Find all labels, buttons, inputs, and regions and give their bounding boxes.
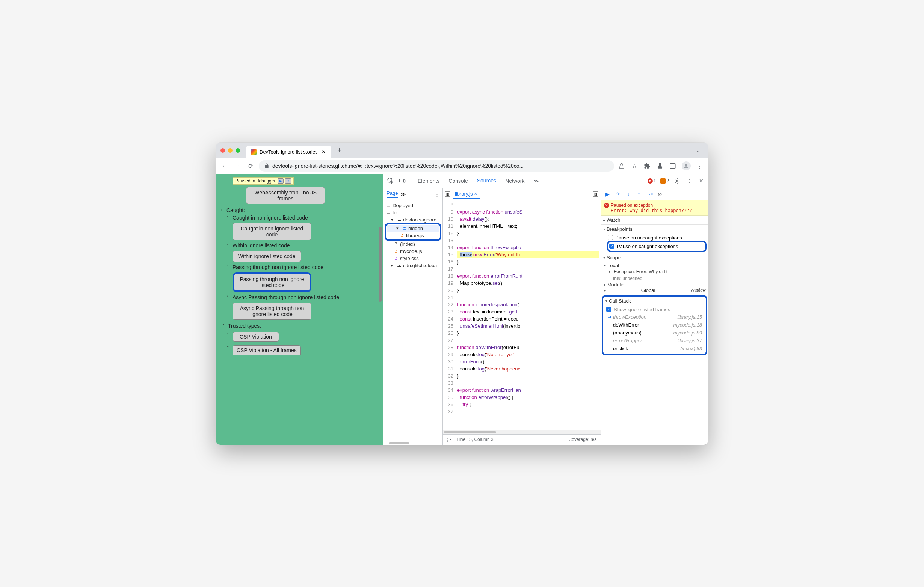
- tree-file-mycode[interactable]: 🗋mycode.js: [385, 248, 441, 255]
- sidebar-toggle-icon[interactable]: ◧: [445, 191, 450, 197]
- error-text: Error: Why did this happen????: [604, 208, 705, 213]
- close-devtools-icon[interactable]: ✕: [698, 177, 705, 185]
- step-out-button[interactable]: ↑: [635, 191, 642, 197]
- page-scrollbar[interactable]: [379, 227, 382, 302]
- editor-sidebar-icon[interactable]: ◨: [593, 191, 598, 197]
- deactivate-breakpoints-button[interactable]: ⊘: [657, 191, 663, 197]
- navigator-tab-page[interactable]: Page: [386, 190, 398, 198]
- tree-file-style[interactable]: 🗋style.css: [385, 255, 441, 262]
- page-button[interactable]: Caught in non ignore listed code: [233, 223, 311, 240]
- page-button-highlighted[interactable]: Passing through non ignore listed code: [233, 273, 311, 292]
- close-window[interactable]: [221, 148, 225, 153]
- page-viewport: Paused in debugger ▶ ↷ WebAssembly trap …: [216, 174, 383, 445]
- navigator-more-icon[interactable]: ⋮: [435, 191, 439, 197]
- page-button[interactable]: CSP Violation - All frames: [233, 345, 301, 355]
- menu-icon[interactable]: ⋮: [696, 162, 703, 169]
- inspect-icon[interactable]: [386, 177, 394, 185]
- tree-file-library[interactable]: 🗋library.js: [386, 232, 439, 239]
- bp-uncaught-row[interactable]: Pause on uncaught exceptions: [608, 234, 706, 241]
- toolbar-icons: ☆ ⋮: [618, 161, 703, 170]
- step-over-button[interactable]: ↷: [614, 191, 621, 197]
- scope-global[interactable]: GlobalWindow: [604, 288, 706, 293]
- window-controls: [221, 148, 240, 153]
- page-button[interactable]: WebAssembly trap - no JS frames: [246, 187, 325, 204]
- reload-button[interactable]: ⟳: [246, 161, 255, 170]
- close-file-icon[interactable]: ✕: [474, 191, 477, 196]
- list-item: Caught:: [226, 207, 379, 213]
- code-editor[interactable]: 8910111213141516171819202122232425262728…: [443, 201, 601, 431]
- editor-h-scrollbar[interactable]: [443, 431, 601, 434]
- browser-tab[interactable]: DevTools ignore list stories ✕: [246, 146, 331, 158]
- tab-sources[interactable]: Sources: [475, 174, 498, 187]
- svg-point-2: [685, 164, 687, 166]
- labs-icon[interactable]: [656, 162, 664, 169]
- error-count[interactable]: ✕1: [648, 178, 656, 184]
- maximize-window[interactable]: [236, 148, 240, 153]
- tab-network[interactable]: Network: [503, 175, 526, 187]
- navigator-scrollbar[interactable]: [383, 441, 442, 445]
- tab-elements[interactable]: Elements: [416, 175, 442, 187]
- devtools-panel: Elements Console Sources Network ≫ ✕1 !2…: [383, 174, 708, 445]
- call-frame[interactable]: onclick(index):83: [612, 345, 703, 352]
- bp-caught-row[interactable]: ✓Pause on caught exceptions: [609, 243, 704, 250]
- call-frame[interactable]: errorWrapperlibrary.js:37: [612, 337, 703, 345]
- more-icon[interactable]: ⋮: [685, 177, 693, 185]
- breakpoints-section[interactable]: Breakpoints: [601, 225, 708, 233]
- tree-file-index[interactable]: 🗋(index): [385, 240, 441, 248]
- new-tab-button[interactable]: +: [334, 145, 345, 156]
- minimize-window[interactable]: [228, 148, 233, 153]
- cloud-icon: ☁: [396, 217, 401, 222]
- share-icon[interactable]: [618, 162, 625, 169]
- bookmark-icon[interactable]: ☆: [631, 162, 638, 169]
- tree-origin[interactable]: ▾☁devtools-ignore: [385, 216, 441, 223]
- show-ignored-row[interactable]: ✓Show ignore-listed frames: [606, 306, 703, 313]
- scope-local[interactable]: Local: [604, 263, 706, 268]
- tree-deployed[interactable]: ▭Deployed: [385, 202, 441, 209]
- resume-icon[interactable]: ▶: [277, 178, 284, 184]
- call-frame[interactable]: (anonymous)mycode.js:89: [612, 329, 703, 337]
- svg-point-6: [676, 180, 678, 182]
- svg-rect-5: [404, 180, 405, 183]
- call-frame[interactable]: doWithErrormycode.js:18: [612, 321, 703, 329]
- resume-button[interactable]: ▶: [604, 191, 611, 197]
- coverage-status: Coverage: n/a: [569, 437, 597, 442]
- page-button[interactable]: Within ignore listed code: [233, 251, 301, 262]
- url-text: devtools-ignore-list-stories.glitch.me/#…: [272, 163, 524, 169]
- profile-avatar[interactable]: [682, 161, 691, 170]
- checkbox-unchecked[interactable]: [608, 235, 613, 240]
- extensions-icon[interactable]: [644, 162, 651, 169]
- step-button[interactable]: →•: [646, 191, 653, 197]
- tree-folder-hidden[interactable]: ▾🗀hidden: [386, 225, 439, 232]
- call-frame[interactable]: throwExceptionlibrary.js:15: [612, 313, 703, 321]
- format-icon[interactable]: { }: [447, 437, 451, 442]
- back-button[interactable]: ←: [221, 161, 229, 170]
- page-button[interactable]: Async Passing through non ignore listed …: [233, 303, 311, 320]
- watch-section[interactable]: Watch: [601, 216, 708, 224]
- warning-count[interactable]: !2: [660, 178, 669, 184]
- checkbox-checked[interactable]: ✓: [609, 243, 614, 249]
- tree-origin-cdn[interactable]: ▸☁cdn.glitch.globa: [385, 262, 441, 269]
- tabs-overflow-icon[interactable]: ≫: [531, 175, 541, 187]
- forward-button[interactable]: →: [233, 161, 242, 170]
- tab-console[interactable]: Console: [446, 175, 470, 187]
- url-input[interactable]: devtools-ignore-list-stories.glitch.me/#…: [259, 160, 614, 171]
- scope-exception[interactable]: ▸ Exception: Error: Why did t: [604, 268, 706, 275]
- scope-section[interactable]: Scope: [601, 253, 708, 262]
- scope-this: this: undefined: [604, 275, 706, 282]
- checkbox-checked[interactable]: ✓: [606, 307, 612, 312]
- editor-tab-library[interactable]: library.js ✕: [453, 189, 480, 199]
- device-mode-icon[interactable]: [399, 177, 406, 185]
- scope-module[interactable]: Module: [604, 282, 706, 288]
- frame-icon: ▭: [386, 210, 391, 215]
- tab-overflow-icon[interactable]: ⌄: [693, 145, 703, 156]
- tree-top[interactable]: ▭top: [385, 209, 441, 216]
- callstack-section[interactable]: Call Stack: [603, 296, 706, 305]
- navigator-overflow-icon[interactable]: ≫: [401, 191, 406, 197]
- list-item: CSP Violation: [233, 330, 379, 343]
- step-into-button[interactable]: ↓: [625, 191, 632, 197]
- page-button[interactable]: CSP Violation: [233, 332, 279, 342]
- settings-icon[interactable]: [673, 177, 681, 185]
- close-tab-icon[interactable]: ✕: [321, 149, 327, 155]
- step-icon[interactable]: ↷: [285, 178, 291, 184]
- reading-list-icon[interactable]: [669, 162, 676, 169]
